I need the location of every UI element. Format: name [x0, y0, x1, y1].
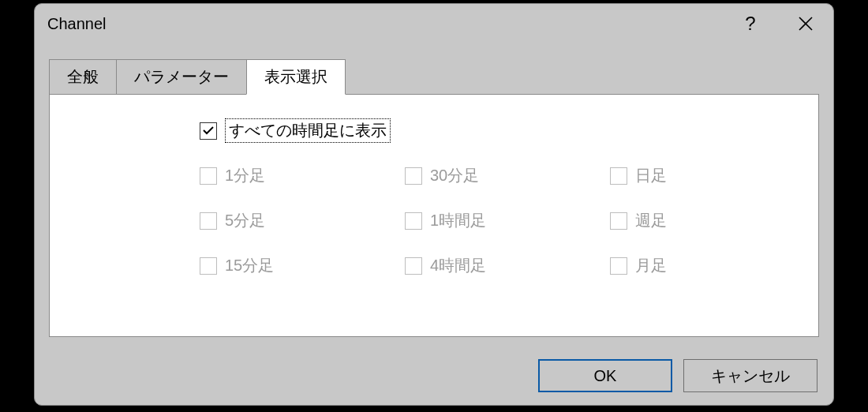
close-button[interactable] [778, 5, 833, 43]
label-m5: 5分足 [225, 210, 265, 231]
titlebar-buttons: ? [723, 4, 833, 43]
opt-m15: 15分足 [200, 255, 405, 276]
checkbox-m5[interactable] [200, 212, 217, 230]
show-all-label: すべての時間足に表示 [225, 118, 391, 143]
opt-d1: 日足 [610, 165, 768, 186]
label-m1: 1分足 [225, 165, 265, 186]
checkbox-d1[interactable] [610, 167, 627, 185]
tab-label: 全般 [67, 68, 99, 85]
label-h1: 1時間足 [430, 210, 486, 231]
opt-h4: 4時間足 [405, 255, 610, 276]
channel-dialog: Channel ? 全般 パラメーター 表示選択 [34, 3, 834, 406]
opt-w1: 週足 [610, 210, 768, 231]
tab-content-display: すべての時間足に表示 1分足 30分足 日足 5分足 [49, 94, 819, 337]
dialog-title: Channel [47, 15, 723, 33]
check-icon [203, 126, 214, 135]
help-icon: ? [745, 13, 755, 35]
show-all-row: すべての時間足に表示 [200, 118, 795, 143]
checkbox-show-all[interactable] [200, 122, 217, 140]
checkbox-h1[interactable] [405, 212, 422, 230]
checkbox-h4[interactable] [405, 257, 422, 275]
dialog-buttons: OK キャンセル [538, 359, 817, 392]
checkbox-m1[interactable] [200, 167, 217, 185]
cancel-label: キャンセル [711, 365, 790, 387]
checkbox-mn[interactable] [610, 257, 627, 275]
tab-parameters[interactable]: パラメーター [116, 59, 247, 95]
opt-h1: 1時間足 [405, 210, 610, 231]
tab-label: 表示選択 [264, 68, 327, 85]
help-button[interactable]: ? [723, 5, 778, 43]
opt-m30: 30分足 [405, 165, 610, 186]
ok-button[interactable]: OK [538, 359, 672, 392]
close-icon [798, 16, 814, 32]
opt-m5: 5分足 [200, 210, 405, 231]
checkbox-w1[interactable] [610, 212, 627, 230]
label-m15: 15分足 [225, 255, 274, 276]
timeframe-grid: 1分足 30分足 日足 5分足 1時間足 [200, 165, 795, 276]
tab-area: 全般 パラメーター 表示選択 すべての時間足に表示 [49, 59, 819, 337]
label-h4: 4時間足 [430, 255, 486, 276]
titlebar: Channel ? [35, 4, 833, 43]
label-d1: 日足 [635, 165, 667, 186]
tab-general[interactable]: 全般 [49, 59, 117, 95]
checkbox-m15[interactable] [200, 257, 217, 275]
cancel-button[interactable]: キャンセル [683, 359, 817, 392]
label-m30: 30分足 [430, 165, 479, 186]
checkbox-m30[interactable] [405, 167, 422, 185]
tab-label: パラメーター [134, 68, 229, 85]
tab-strip: 全般 パラメーター 表示選択 [49, 59, 819, 95]
opt-mn: 月足 [610, 255, 768, 276]
opt-m1: 1分足 [200, 165, 405, 186]
label-mn: 月足 [635, 255, 667, 276]
tab-display[interactable]: 表示選択 [246, 59, 346, 95]
ok-label: OK [594, 367, 617, 385]
label-w1: 週足 [635, 210, 667, 231]
